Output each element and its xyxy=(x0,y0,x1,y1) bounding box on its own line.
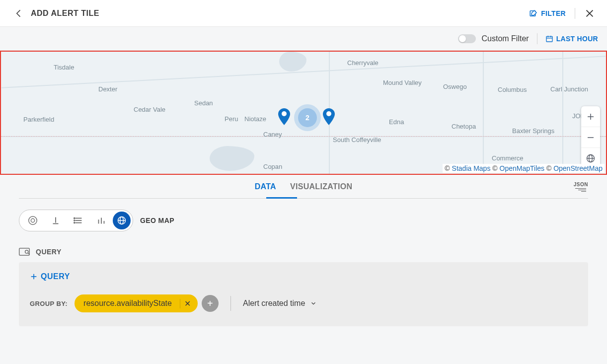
viz-pill-gauge[interactable] xyxy=(21,212,44,229)
viz-pill-geomap[interactable] xyxy=(113,212,131,229)
query-section-header: QUERY xyxy=(19,247,588,256)
map-city-label: Baxter Springs xyxy=(512,127,554,135)
viz-pills xyxy=(19,210,133,231)
svg-point-15 xyxy=(29,217,37,225)
map-city-label: Carl Junction xyxy=(550,85,588,93)
map-pin[interactable] xyxy=(323,108,335,125)
groupby-chip[interactable]: resource.availabilityState ✕ xyxy=(75,294,198,312)
attrib-link-osm[interactable]: OpenStreetMap xyxy=(553,164,603,172)
tab-data[interactable]: DATA xyxy=(248,176,283,197)
zoom-in-button[interactable] xyxy=(581,106,600,127)
json-lines-icon xyxy=(575,188,586,192)
map-city-label: Parkerfield xyxy=(23,116,54,123)
map-city-label: Sedan xyxy=(194,99,213,107)
svg-rect-31 xyxy=(19,248,29,255)
timerange-label: LAST HOUR xyxy=(556,35,598,43)
svg-point-16 xyxy=(31,218,34,222)
chip-text: resource.availabilityState xyxy=(83,299,172,308)
subheader-bar: Custom Filter LAST HOUR xyxy=(0,27,607,51)
svg-rect-3 xyxy=(546,36,552,42)
viz-pill-bar[interactable] xyxy=(90,212,113,229)
svg-line-33 xyxy=(28,253,29,254)
map-city-label: Caney xyxy=(263,131,282,138)
query-section-label: QUERY xyxy=(36,248,62,256)
map-city-label: Columbus xyxy=(498,86,527,93)
viz-picker-row: GEO MAP xyxy=(19,210,588,231)
sort-dropdown[interactable]: Alert created time xyxy=(243,299,317,308)
page-title: ADD ALERT TILE xyxy=(31,9,99,18)
map-city-label: Edna xyxy=(389,118,404,126)
map-cluster[interactable]: 2 xyxy=(298,108,317,127)
sort-label: Alert created time xyxy=(243,299,305,308)
groupby-label: GROUP BY: xyxy=(30,300,68,307)
map-pin[interactable] xyxy=(278,108,290,125)
map-city-label: Cherryvale xyxy=(347,59,379,67)
map-city-label: South Coffeyville xyxy=(333,136,381,144)
header-bar: ADD ALERT TILE FILTER xyxy=(0,0,607,27)
attrib-link-openmaptiles[interactable]: OpenMapTiles xyxy=(500,164,545,172)
close-button[interactable] xyxy=(584,8,595,19)
chip-remove-button[interactable]: ✕ xyxy=(180,299,191,308)
chevron-down-icon xyxy=(310,300,317,307)
viz-pill-single[interactable] xyxy=(44,212,67,229)
map-attribution: © Stadia Maps © OpenMapTiles © OpenStree… xyxy=(443,164,605,173)
custom-filter-label: Custom Filter xyxy=(482,34,529,43)
back-chevron-icon[interactable] xyxy=(14,8,24,18)
svg-point-23 xyxy=(74,220,75,221)
custom-filter-toggle[interactable] xyxy=(458,34,476,43)
query-card: QUERY GROUP BY: resource.availabilitySta… xyxy=(19,262,588,326)
subheader-separator xyxy=(537,33,537,44)
groupby-separator xyxy=(230,296,231,311)
map-city-label: Oswego xyxy=(443,83,467,90)
map-city-label: Commerce xyxy=(492,154,524,162)
viz-pill-list[interactable] xyxy=(67,212,90,229)
filter-edit-icon xyxy=(529,9,538,18)
svg-point-8 xyxy=(326,111,331,116)
query-icon xyxy=(19,247,30,256)
filter-button[interactable]: FILTER xyxy=(529,9,566,18)
map-city-label: Mound Valley xyxy=(383,79,422,86)
map-controls xyxy=(581,106,600,169)
tab-visualization[interactable]: VISUALIZATION xyxy=(283,176,359,197)
map-city-label: Chetopa xyxy=(452,123,476,130)
map-city-label: Dexter xyxy=(98,85,117,93)
svg-point-7 xyxy=(282,111,287,116)
map-city-label: Niotaze xyxy=(244,115,266,123)
add-query-label: QUERY xyxy=(41,272,70,281)
json-label: JSON xyxy=(574,182,588,187)
geo-map[interactable]: Tisdale Dexter Cedar Vale Sedan Peru Nio… xyxy=(0,51,607,175)
add-groupby-button[interactable]: + xyxy=(202,295,219,312)
attrib-link-stadia[interactable]: Stadia Maps xyxy=(452,164,491,172)
json-toggle-button[interactable]: JSON xyxy=(574,182,588,192)
map-city-label: Tisdale xyxy=(54,64,74,71)
tabs-row: DATA VISUALIZATION JSON xyxy=(19,175,588,199)
viz-selected-label: GEO MAP xyxy=(140,217,174,224)
zoom-out-button[interactable] xyxy=(581,127,600,148)
map-city-label: Cedar Vale xyxy=(134,106,165,113)
plus-icon xyxy=(30,273,38,281)
svg-point-22 xyxy=(74,218,75,219)
header-separator xyxy=(575,8,575,19)
body-area: DATA VISUALIZATION JSON xyxy=(0,175,607,364)
calendar-icon xyxy=(545,35,553,43)
svg-point-32 xyxy=(25,250,28,253)
groupby-row: GROUP BY: resource.availabilityState ✕ +… xyxy=(30,294,577,312)
filter-label: FILTER xyxy=(541,9,566,17)
timerange-button[interactable]: LAST HOUR xyxy=(545,35,598,43)
add-query-button[interactable]: QUERY xyxy=(30,272,70,281)
map-city-label: Copan xyxy=(263,163,282,170)
map-city-label: Peru xyxy=(225,115,238,123)
svg-point-24 xyxy=(74,222,75,223)
